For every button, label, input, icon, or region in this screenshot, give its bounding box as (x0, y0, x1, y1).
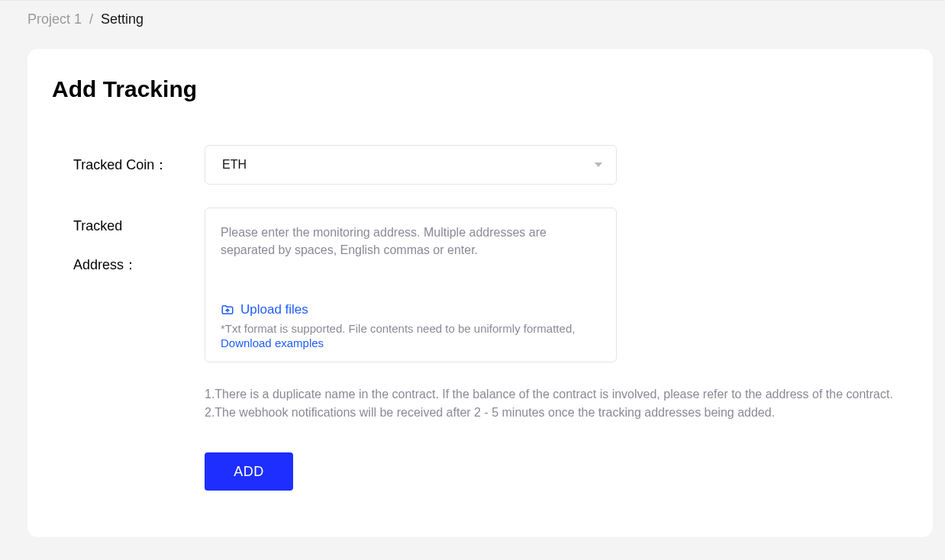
breadcrumb: Project 1 / Setting (0, 1, 945, 38)
breadcrumb-current: Setting (101, 11, 144, 27)
add-button[interactable]: ADD (205, 452, 293, 491)
control-tracked-coin: ETH (205, 145, 896, 185)
caret-down-icon (595, 163, 602, 167)
label-tracked-address-line2: Address： (73, 256, 205, 274)
label-tracked-coin: Tracked Coin： (52, 145, 205, 174)
row-tracked-coin: Tracked Coin： ETH (52, 145, 896, 185)
breadcrumb-item-project[interactable]: Project 1 (27, 11, 82, 27)
note-line-1: 1.There is a duplicate name in the contr… (205, 385, 896, 404)
label-tracked-address: Tracked Address： (52, 208, 205, 274)
row-tracked-address: Tracked Address： Upload file (52, 208, 896, 362)
content-card: Add Tracking Tracked Coin： ETH Tracked A… (27, 49, 933, 537)
upload-files-link[interactable]: Upload files (221, 302, 308, 317)
upload-files-label: Upload files (240, 302, 308, 317)
label-tracked-address-line1: Tracked (73, 218, 205, 234)
control-tracked-address: Upload files *Txt format is supported. F… (205, 208, 896, 362)
tracked-coin-select[interactable]: ETH (205, 145, 617, 185)
breadcrumb-separator: / (89, 11, 93, 27)
note-line-2: 2.The webhook notifications will be rece… (205, 404, 896, 422)
tracked-coin-value: ETH (222, 158, 247, 172)
notes: 1.There is a duplicate name in the contr… (205, 385, 896, 422)
download-examples-link[interactable]: Download examples (221, 336, 324, 349)
upload-hint: *Txt format is supported. File contents … (221, 320, 601, 336)
page-title: Add Tracking (52, 76, 896, 102)
upload-icon (221, 303, 234, 317)
address-box: Upload files *Txt format is supported. F… (205, 208, 617, 362)
page-root: Project 1 / Setting Add Tracking Tracked… (0, 0, 945, 560)
address-input[interactable] (221, 224, 601, 300)
